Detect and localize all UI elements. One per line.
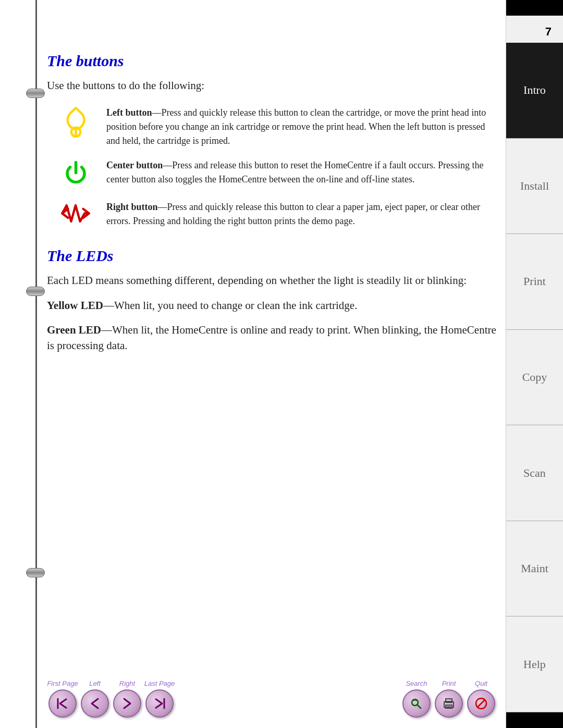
sidebar-bottom-bar	[506, 712, 563, 728]
quit-button[interactable]	[467, 689, 495, 718]
button-list: Left button—Press and quickly release th…	[57, 106, 498, 228]
sidebar-tab-scan[interactable]: Scan	[506, 425, 563, 521]
print-button[interactable]	[435, 689, 463, 718]
right-button-desc: Right button—Press and quickly release t…	[106, 200, 498, 228]
sidebar-tab-print[interactable]: Print	[506, 234, 563, 330]
sidebar-tab-install[interactable]: Install	[506, 139, 563, 235]
buttons-section: The buttons Use the buttons to do the fo…	[47, 52, 498, 228]
binder-ring-bot	[26, 568, 45, 577]
left-button-name: Left button	[106, 107, 152, 118]
nav-group-last: Last Page	[144, 680, 175, 718]
main-content: The buttons Use the buttons to do the fo…	[47, 52, 498, 650]
green-led-label: Green LED	[47, 324, 101, 336]
search-button[interactable]	[402, 689, 431, 718]
buttons-intro-text: Use the buttons to do the following:	[47, 78, 498, 93]
nav-label-search: Search	[406, 680, 427, 687]
binder-ring-top	[26, 89, 45, 98]
left-button-desc: Left button—Press and quickly release th…	[106, 106, 498, 148]
sidebar-tab-help[interactable]: Help	[506, 616, 563, 712]
flame-icon	[57, 106, 94, 140]
right-button[interactable]	[113, 689, 141, 718]
left-button[interactable]	[81, 689, 109, 718]
sidebar-tab-intro[interactable]: Intro	[506, 43, 563, 139]
nav-label-left: Left	[89, 680, 101, 687]
nav-group-right: Right	[112, 680, 143, 718]
sidebar-top-bar	[506, 0, 563, 16]
binder-ring-mid	[26, 287, 45, 296]
first-page-button[interactable]	[48, 689, 77, 718]
button-item-center: Center button—Press and release this but…	[57, 158, 498, 190]
button-item-left: Left button—Press and quickly release th…	[57, 106, 498, 148]
center-button-desc: Center button—Press and release this but…	[106, 158, 498, 187]
wave-icon	[57, 200, 94, 226]
leds-section: The LEDs Each LED means something differ…	[47, 247, 498, 353]
yellow-led-item: Yellow LED—When lit, you need to change …	[47, 298, 498, 313]
page-number: 7	[506, 16, 563, 43]
sidebar-tab-maint[interactable]: Maint	[506, 521, 563, 617]
nav-group-left: Left	[79, 680, 111, 718]
svg-line-5	[418, 705, 421, 709]
leds-intro-text: Each LED means something different, depe…	[47, 273, 498, 288]
nav-group-search: Search	[401, 680, 432, 718]
nav-group-quit: Quit	[466, 680, 497, 718]
nav-label-last: Last Page	[144, 680, 175, 687]
nav-bar: First Page Left Right Last Page	[47, 680, 498, 718]
binder-line	[35, 0, 37, 728]
nav-label-first: First Page	[47, 680, 78, 687]
leds-section-title: The LEDs	[47, 247, 498, 265]
sidebar-tab-copy[interactable]: Copy	[506, 330, 563, 426]
svg-line-12	[478, 700, 485, 707]
center-button-name: Center button	[106, 160, 163, 170]
power-icon	[57, 158, 94, 190]
nav-group-first: First Page	[47, 680, 78, 718]
sidebar: 7 Intro Install Print Copy Scan Maint He…	[506, 0, 563, 728]
green-led-item: Green LED—When lit, the HomeCentre is on…	[47, 323, 498, 353]
nav-label-right: Right	[119, 680, 135, 687]
nav-label-quit: Quit	[475, 680, 487, 687]
buttons-section-title: The buttons	[47, 52, 498, 70]
last-page-button[interactable]	[145, 689, 174, 718]
yellow-led-label: Yellow LED	[47, 299, 103, 312]
button-item-right: Right button—Press and quickly release t…	[57, 200, 498, 228]
nav-group-print: Print	[433, 680, 464, 718]
right-button-name: Right button	[106, 202, 158, 212]
nav-label-print: Print	[442, 680, 456, 687]
